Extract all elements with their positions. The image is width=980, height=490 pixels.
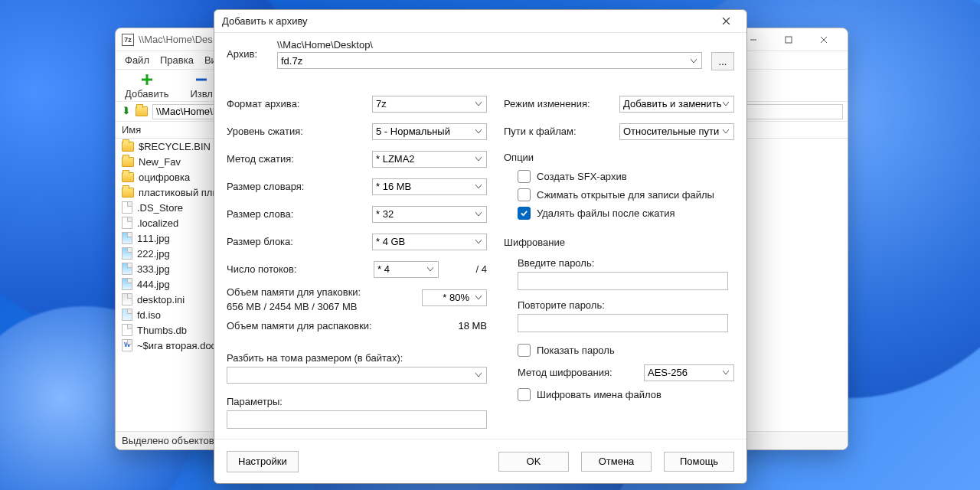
split-label: Разбить на тома размером (в байтах):	[227, 352, 487, 364]
sfx-checkbox[interactable]: Создать SFX-архив	[518, 168, 734, 186]
level-combo[interactable]: 5 - Нормальный	[372, 123, 487, 140]
menu-edit[interactable]: Правка	[160, 54, 194, 66]
folder-icon	[122, 142, 134, 152]
chevron-down-icon	[472, 236, 485, 249]
item-name: fd.iso	[137, 309, 161, 321]
item-name: 333.jpg	[137, 263, 170, 275]
add-to-archive-dialog: Добавить к архиву Архив: \\Mac\Home\Desk…	[214, 9, 747, 484]
method-combo[interactable]: * LZMA2	[372, 151, 487, 168]
archive-name-value: fd.7z	[281, 55, 302, 67]
method-label: Метод сжатия:	[227, 153, 372, 165]
up-arrow-icon[interactable]: ➥	[120, 106, 131, 117]
archive-path: \\Mac\Home\Desktop\	[277, 39, 702, 51]
threads-combo[interactable]: * 4	[374, 261, 439, 278]
dlg-close-button[interactable]	[713, 11, 739, 32]
params-label: Параметры:	[227, 396, 487, 407]
dlg-titlebar: Добавить к архиву	[214, 10, 746, 33]
dlg-title: Добавить к архиву	[222, 15, 308, 27]
checkbox-icon	[518, 344, 531, 357]
item-name: 444.jpg	[137, 279, 170, 290]
minus-icon	[194, 73, 208, 87]
dlg-footer: Настройки OK Отмена Помощь	[214, 439, 746, 483]
chevron-down-icon	[472, 98, 485, 111]
word-combo[interactable]: * 32	[372, 206, 487, 223]
format-combo[interactable]: 7z	[372, 96, 487, 113]
folder-icon	[136, 106, 148, 116]
file-icon	[122, 339, 132, 351]
checkbox-icon	[518, 188, 531, 201]
params-input[interactable]	[227, 410, 487, 429]
chevron-down-icon	[423, 263, 436, 276]
word-label: Размер слова:	[227, 208, 372, 220]
chevron-down-icon	[472, 126, 485, 139]
item-name: .DS_Store	[137, 202, 183, 214]
item-name: 222.jpg	[137, 248, 170, 260]
password-input[interactable]	[518, 272, 728, 290]
encryption-title: Шифрование	[504, 237, 734, 248]
svg-rect-1	[786, 37, 792, 43]
mempack-values: 656 MB / 2454 MB / 3067 MB	[227, 301, 422, 312]
ok-button[interactable]: OK	[498, 452, 569, 472]
memunpack-value: 18 MB	[441, 320, 487, 332]
file-icon	[122, 309, 132, 321]
file-icon	[122, 247, 132, 260]
item-name: New_Fav	[139, 156, 181, 168]
fm-title: \\Mac\Home\Des	[139, 34, 213, 45]
tool-add[interactable]: Добавить	[125, 73, 168, 100]
settings-button[interactable]: Настройки	[227, 451, 299, 472]
file-icon	[122, 232, 132, 244]
threads-max: / 4	[445, 263, 487, 275]
file-icon	[122, 201, 132, 214]
item-name: Thumbs.db	[137, 325, 187, 336]
chevron-down-icon	[472, 153, 485, 166]
block-combo[interactable]: * 4 GB	[372, 234, 487, 250]
level-label: Уровень сжатия:	[227, 126, 372, 137]
archive-label: Архив:	[227, 39, 268, 60]
show-password-checkbox[interactable]: Показать пароль	[518, 341, 734, 360]
close-button[interactable]	[806, 28, 841, 51]
archive-name-combo[interactable]: fd.7z	[277, 52, 702, 69]
delete-after-checkbox[interactable]: Удалять файлы после сжатия	[518, 204, 734, 223]
checkbox-checked-icon	[518, 207, 531, 220]
file-icon	[122, 263, 132, 275]
chevron-down-icon	[719, 126, 732, 139]
item-name: пластиковый пли	[139, 187, 218, 198]
dict-combo[interactable]: * 16 MB	[372, 178, 487, 195]
file-icon	[122, 293, 132, 305]
chevron-down-icon	[719, 98, 732, 111]
update-label: Режим изменения:	[504, 98, 619, 109]
password2-label: Повторите пароль:	[518, 299, 734, 311]
mempack-pct-combo[interactable]: * 80%	[422, 289, 487, 306]
split-combo[interactable]	[227, 367, 487, 384]
maximize-button[interactable]	[771, 28, 806, 51]
update-combo[interactable]: Добавить и заменить	[619, 96, 734, 113]
compress-open-checkbox[interactable]: Сжимать открытые для записи файлы	[518, 186, 734, 204]
tool-add-label: Добавить	[125, 88, 168, 100]
chevron-down-icon	[719, 367, 732, 380]
chevron-down-icon	[472, 292, 485, 305]
help-button[interactable]: Помощь	[664, 452, 734, 472]
folder-icon	[122, 172, 134, 182]
file-icon	[122, 324, 132, 336]
item-name: 111.jpg	[137, 233, 170, 244]
paths-combo[interactable]: Относительные пути	[619, 123, 734, 140]
tool-extract[interactable]: Извл	[190, 73, 213, 100]
enc-method-label: Метод шифрования:	[518, 367, 644, 378]
chevron-down-icon	[472, 208, 485, 221]
dict-label: Размер словаря:	[227, 181, 372, 192]
file-icon	[122, 278, 132, 290]
cancel-button[interactable]: Отмена	[581, 452, 652, 472]
plus-icon	[140, 73, 154, 87]
tool-extract-label: Извл	[190, 88, 213, 100]
encrypt-names-checkbox[interactable]: Шифровать имена файлов	[518, 386, 734, 404]
browse-button[interactable]: ...	[711, 52, 734, 70]
checkbox-icon	[518, 388, 531, 401]
app-icon-7z: 7z	[122, 34, 134, 46]
password2-input[interactable]	[518, 314, 728, 332]
item-name: desktop.ini	[137, 294, 185, 305]
folder-icon	[122, 188, 134, 198]
menu-file[interactable]: Файл	[125, 54, 149, 66]
enc-method-combo[interactable]: AES-256	[644, 364, 734, 381]
folder-icon	[122, 157, 134, 167]
item-name: $RECYCLE.BIN	[139, 141, 211, 152]
